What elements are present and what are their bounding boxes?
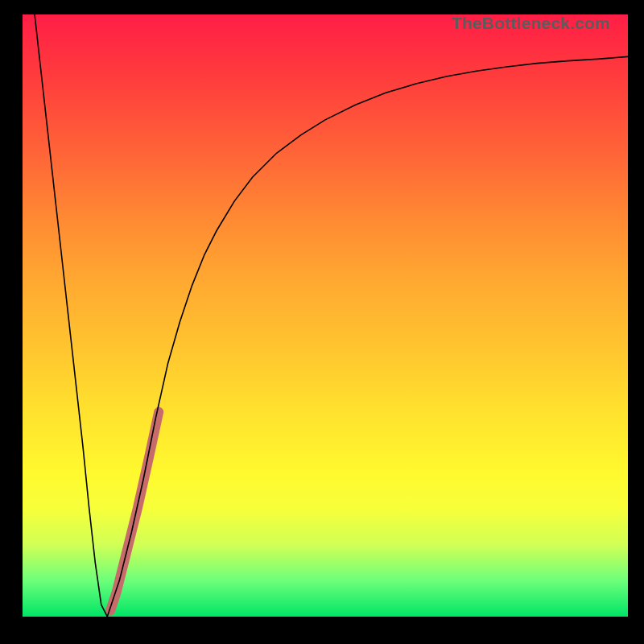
chart-plot-area: TheBottleneck.com — [23, 14, 628, 617]
chart-svg — [23, 14, 628, 617]
series-curve — [35, 14, 628, 617]
chart-frame: TheBottleneck.com — [0, 0, 644, 644]
